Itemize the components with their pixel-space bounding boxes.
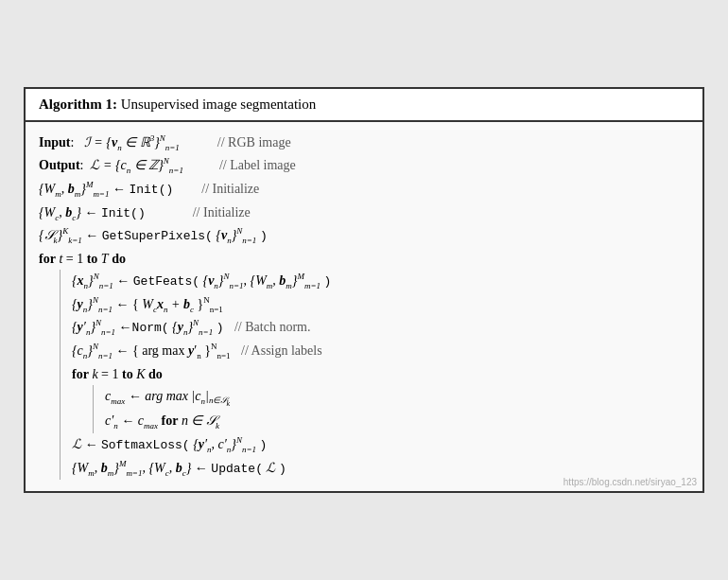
watermark: https://blog.csdn.net/siryao_123 bbox=[563, 477, 697, 487]
algorithm-box: Algorithm 1: Unsupervised image segmenta… bbox=[24, 87, 704, 494]
for-t-line: for t = 1 to T do bbox=[39, 248, 689, 270]
cn-argmax-line: {cn}Nn=1 ← { arg max y′n }Nn=1 // Assign… bbox=[72, 340, 689, 363]
output-line: Output: ℒ = {cn ∈ ℤ}Nn=1 // Label image bbox=[39, 154, 689, 178]
input-line: Input: ℐ = {vn ∈ ℝ3}Nn=1 // RGB image bbox=[39, 132, 689, 155]
init-wm-line: {Wm, bm}Mm=1 ← Init() // Initialize bbox=[39, 178, 689, 202]
for-k-line: for k = 1 to K do bbox=[72, 363, 689, 385]
cmax-line: cmax ← arg max |cn|n∈𝒮k bbox=[105, 385, 689, 411]
algorithm-number: Algorithm 1: bbox=[39, 97, 117, 112]
for-k-block: cmax ← arg max |cn|n∈𝒮k c′n ← cmax for n… bbox=[93, 385, 689, 433]
softmax-line: ℒ ← SoftmaxLoss( {y′n, c′n}Nn=1 ) bbox=[72, 433, 689, 457]
getsuperpixels-line: {𝒮k}Kk=1 ← GetSuperPixels( {vn}Nn=1 ) bbox=[39, 224, 689, 248]
algorithm-body: Input: ℐ = {vn ∈ ℝ3}Nn=1 // RGB image Ou… bbox=[26, 122, 702, 492]
yn-prime-line: {y′n}Nn=1 ← Norm( {yn}Nn=1 ) // Batch no… bbox=[72, 316, 689, 340]
cn-prime-line: c′n ← cmax for n ∈ 𝒮k bbox=[105, 410, 689, 433]
yn-line: {yn}Nn=1 ← { Wcxn + bc }Nn=1 bbox=[72, 293, 689, 317]
init-wc-line: {Wc, bc} ← Init() // Initialize bbox=[39, 202, 689, 225]
algorithm-title: Unsupervised image segmentation bbox=[121, 97, 317, 112]
getfeats-line: {xn}Nn=1 ← GetFeats( {vn}Nn=1, {Wm, bm}M… bbox=[72, 270, 689, 293]
algorithm-header: Algorithm 1: Unsupervised image segmenta… bbox=[26, 89, 702, 122]
for-t-block: {xn}Nn=1 ← GetFeats( {vn}Nn=1, {Wm, bm}M… bbox=[60, 270, 689, 480]
